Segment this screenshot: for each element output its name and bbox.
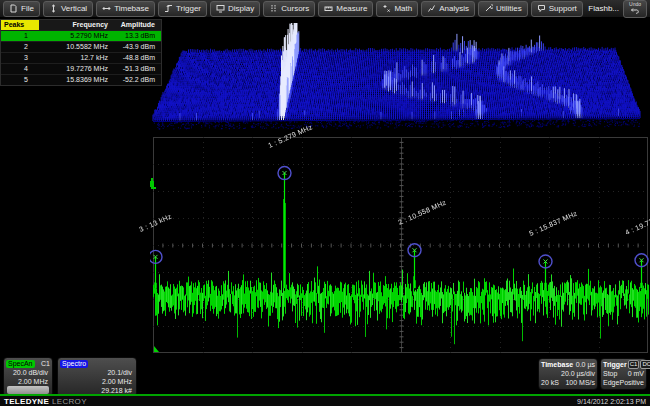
table-row-1[interactable]: 1 5.2790 MHz 13.3 dBm — [1, 31, 161, 42]
menu-utilities[interactable]: Utilities — [478, 1, 528, 17]
menu-file-label: File — [21, 2, 34, 16]
trigger-slope: Positive — [619, 378, 644, 387]
menu-measure-label: Measure — [336, 2, 367, 16]
timebase-box[interactable]: Timebase 0.0 µs 20.0 µs/div 20 kS 100 MS… — [538, 358, 598, 390]
brand-teledyne: TELEDYNE — [4, 397, 49, 406]
peaks-table: Peaks Frequency Amplitude 1 5.2790 MHz 1… — [0, 19, 162, 86]
file-icon — [9, 4, 18, 13]
spectrum-canvas — [150, 135, 650, 357]
trigger-box[interactable]: Trigger C1 DC Stop 0 mV Edge Positive — [600, 358, 647, 390]
menu-cursors[interactable]: Cursors — [263, 1, 315, 17]
header-frequency: Frequency — [39, 20, 115, 30]
spectrogram-3d-canvas — [150, 20, 650, 135]
menu-display[interactable]: Display — [210, 1, 260, 17]
menu-bar: File Vertical Timebase Trigger Display C… — [0, 0, 650, 18]
trigger-mode: Stop — [603, 369, 617, 378]
menu-analysis[interactable]: Analysis — [421, 1, 475, 17]
trigger-icon — [164, 4, 173, 13]
menu-vertical[interactable]: Vertical — [43, 1, 93, 17]
timebase-label: Timebase — [541, 360, 573, 369]
flashback-status: Flashb... — [588, 4, 619, 13]
menu-timebase-label: Timebase — [114, 2, 149, 16]
row5-num: 5 — [1, 75, 39, 85]
table-row-2[interactable]: 2 10.5582 MHz -43.9 dBm — [1, 42, 161, 53]
timebase-icon — [102, 4, 111, 13]
brand-lecroy: LECROY — [52, 397, 87, 406]
peaks-table-header: Peaks Frequency Amplitude — [1, 20, 161, 31]
menu-vertical-label: Vertical — [61, 2, 87, 16]
spectro-trace-label: Spectro — [60, 360, 88, 368]
header-peaks: Peaks — [1, 20, 39, 30]
menu-timebase[interactable]: Timebase — [96, 1, 155, 17]
trigger-level: 0 mV — [628, 369, 644, 378]
specan-source-channel: C1 — [41, 359, 50, 368]
row4-freq: 19.7276 MHz — [39, 64, 115, 74]
table-row-3[interactable]: 3 12.7 kHz -48.8 dBm — [1, 53, 161, 64]
spectrogram-descriptor-box[interactable]: Spectro 20.1/div 2.00 MHz 29.218 k# — [57, 357, 137, 397]
row5-freq: 15.8369 MHz — [39, 75, 115, 85]
menu-trigger-label: Trigger — [176, 2, 201, 16]
vertical-icon — [49, 4, 58, 13]
menu-support-label: Support — [549, 2, 577, 16]
menu-display-label: Display — [228, 2, 254, 16]
menu-math[interactable]: Math — [376, 1, 418, 17]
trigger-label: Trigger — [603, 360, 627, 369]
menu-cursors-label: Cursors — [281, 2, 309, 16]
undo-button[interactable]: Undo — [623, 0, 647, 18]
row1-num: 1 — [1, 31, 39, 41]
specan-span: 2.00 MHz — [6, 377, 50, 386]
math-icon — [382, 4, 391, 13]
brand: TELEDYNELECROY — [4, 397, 87, 406]
menu-file[interactable]: File — [3, 1, 40, 17]
spectro-span: 2.00 MHz — [60, 377, 134, 386]
table-row-4[interactable]: 4 19.7276 MHz -51.3 dBm — [1, 64, 161, 75]
menu-measure[interactable]: Measure — [318, 1, 373, 17]
cursors-icon — [269, 4, 278, 13]
trigger-type: Edge — [603, 378, 619, 387]
menu-support[interactable]: Support — [531, 1, 583, 17]
spectro-scale: 20.1/div — [60, 368, 134, 377]
row2-freq: 10.5582 MHz — [39, 42, 115, 52]
oscilloscope-screen: File Vertical Timebase Trigger Display C… — [0, 0, 650, 406]
menu-trigger[interactable]: Trigger — [158, 1, 207, 17]
undo-icon — [630, 7, 640, 15]
row2-num: 2 — [1, 42, 39, 52]
timebase-samples: 20 kS — [541, 378, 559, 387]
measure-icon — [324, 4, 333, 13]
menu-math-label: Math — [394, 2, 412, 16]
timebase-scale: 20.0 µs/div — [561, 369, 595, 378]
status-bar: TELEDYNELECROY 9/14/2012 2:02:13 PM — [0, 394, 650, 406]
row3-freq: 12.7 kHz — [39, 53, 115, 63]
menu-utilities-label: Utilities — [496, 2, 522, 16]
display-icon — [216, 4, 225, 13]
trigger-source-badge: C1 — [628, 360, 640, 369]
specan-scale: 20.0 dB/div — [6, 368, 50, 377]
table-row-5[interactable]: 5 15.8369 MHz -52.2 dBm — [1, 75, 161, 85]
specan-descriptor-box[interactable]: SpecAn C1 20.0 dB/div 2.00 MHz — [3, 357, 53, 397]
menu-right-group: Flashb... Undo — [588, 0, 647, 18]
row1-freq: 5.2790 MHz — [39, 31, 115, 41]
row4-num: 4 — [1, 64, 39, 74]
row3-num: 3 — [1, 53, 39, 63]
utilities-icon — [484, 4, 493, 13]
datetime: 9/14/2012 2:02:13 PM — [577, 398, 646, 405]
support-icon — [537, 4, 546, 13]
analysis-icon — [427, 4, 436, 13]
timebase-offset: 0.0 µs — [576, 360, 595, 369]
timebase-rate: 100 MS/s — [565, 378, 595, 387]
specan-footer-strip — [7, 386, 49, 394]
specan-trace-label: SpecAn — [6, 360, 35, 368]
menu-analysis-label: Analysis — [439, 2, 469, 16]
trigger-coupling-badge: DC — [640, 360, 650, 369]
